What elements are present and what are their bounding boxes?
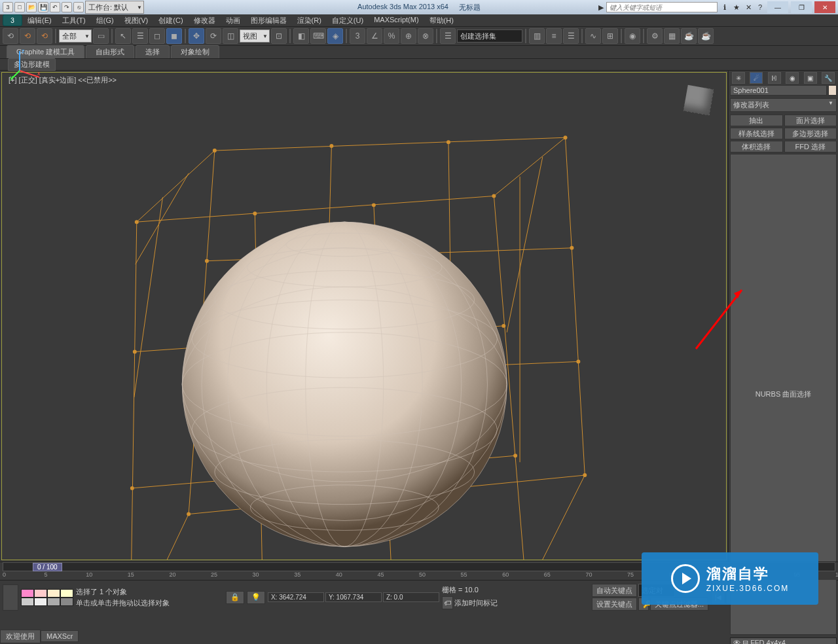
named-sel-icon[interactable]: ☰: [440, 28, 456, 44]
render-setup-icon[interactable]: ⚙: [647, 28, 663, 44]
move-tool-icon[interactable]: ✥: [189, 28, 204, 44]
curve-editor-icon[interactable]: ∿: [585, 28, 601, 44]
modset-button[interactable]: 抽出: [730, 115, 783, 126]
menu-自定义u[interactable]: 自定义(U): [327, 16, 369, 26]
undo-icon[interactable]: ↶: [50, 2, 60, 12]
lock-icon[interactable]: 🔒: [226, 591, 244, 604]
create-tab-icon[interactable]: ✳: [732, 72, 745, 84]
object-name-input[interactable]: [730, 85, 827, 96]
coord-x[interactable]: X: 3642.724: [268, 592, 324, 602]
app-menu-icon[interactable]: 3: [3, 2, 13, 12]
layers-icon[interactable]: ☰: [563, 28, 579, 44]
app-logo-icon[interactable]: 3: [3, 14, 22, 26]
modifier-list-dropdown[interactable]: 修改器列表: [730, 98, 837, 112]
selection-set-input[interactable]: [457, 29, 522, 43]
set-key-button[interactable]: 设置关键点: [592, 598, 637, 611]
align-icon[interactable]: ≡: [546, 28, 562, 44]
keyboard-icon[interactable]: ⌨: [310, 28, 326, 44]
select-icon[interactable]: ▭: [93, 28, 109, 44]
display-tab-icon[interactable]: ▣: [804, 72, 817, 84]
keymode-icon[interactable]: [3, 584, 18, 611]
modify-tab-icon[interactable]: ☄: [750, 72, 763, 84]
menu-编辑e[interactable]: 编辑(E): [22, 16, 57, 26]
maximize-button[interactable]: ❐: [791, 1, 812, 13]
exchange-icon[interactable]: ✕: [744, 3, 753, 12]
close-button[interactable]: ✕: [814, 1, 835, 13]
menu-动画[interactable]: 动画: [221, 16, 246, 26]
welcome-tab[interactable]: 欢迎使用: [0, 630, 41, 643]
new-icon[interactable]: □: [14, 2, 25, 12]
pivot-icon[interactable]: ⊡: [271, 28, 287, 44]
add-time-tag[interactable]: 添加时间标记: [454, 598, 498, 608]
selection-filter-dropdown[interactable]: 全部: [59, 29, 92, 43]
menu-maxscriptm[interactable]: MAXScript(M): [369, 16, 424, 26]
minimize-button[interactable]: —: [767, 1, 788, 13]
spinner-snap2-icon[interactable]: ⊗: [418, 28, 433, 44]
unlink-tool-icon[interactable]: ⟲: [20, 28, 35, 44]
motion-tab-icon[interactable]: ◉: [786, 72, 799, 84]
menu-创建c[interactable]: 创建(C): [153, 16, 188, 26]
modset-button[interactable]: 体积选择: [730, 141, 783, 152]
render-frame-icon[interactable]: ▦: [664, 28, 680, 44]
modset-button[interactable]: 面片选择: [784, 115, 837, 126]
select-object-icon[interactable]: ↖: [115, 28, 131, 44]
svg-text:x: x: [37, 70, 41, 77]
help-search-input[interactable]: [606, 2, 718, 12]
workspace-dropdown[interactable]: 工作台: 默认: [85, 1, 144, 14]
manipulate-icon[interactable]: ◧: [293, 28, 309, 44]
modset-button[interactable]: 多边形选择: [784, 128, 837, 139]
modset-button[interactable]: 样条线选择: [730, 128, 783, 139]
color-swatches[interactable]: [21, 589, 73, 606]
angle-snap-icon[interactable]: ∠: [367, 28, 382, 44]
spinner-snap-icon[interactable]: ⊕: [401, 28, 416, 44]
render-prod-icon[interactable]: ☕: [698, 28, 714, 44]
window-crossing-icon[interactable]: ◼: [166, 28, 182, 44]
link-tool-icon[interactable]: ⟲: [3, 28, 18, 44]
viewport[interactable]: [+] [正交] [真实+边面] <<已禁用>>: [1, 72, 727, 560]
menu-修改器[interactable]: 修改器: [189, 16, 221, 26]
render-icon[interactable]: ☕: [681, 28, 697, 44]
help-icon[interactable]: ?: [756, 3, 765, 12]
coord-z[interactable]: Z: 0.0: [383, 592, 439, 602]
rect-select-icon[interactable]: ◻: [149, 28, 165, 44]
auto-key-button[interactable]: 自动关键点: [592, 584, 637, 597]
rotate-tool-icon[interactable]: ⟳: [206, 28, 221, 44]
menu-图形编辑器[interactable]: 图形编辑器: [246, 16, 292, 26]
link-icon[interactable]: ⎋: [73, 2, 84, 12]
stack-ffd[interactable]: 👁 ⊟ FFD 4x4x4: [731, 638, 836, 644]
save-icon[interactable]: 💾: [38, 2, 48, 12]
menu-渲染r[interactable]: 渲染(R): [292, 16, 327, 26]
schematic-icon[interactable]: ⊞: [602, 28, 618, 44]
time-tag-icon[interactable]: 🏷: [442, 596, 453, 609]
snap-3-icon[interactable]: 3: [350, 28, 365, 44]
snap-toggle-icon[interactable]: ◈: [327, 28, 343, 44]
material-editor-icon[interactable]: ◉: [625, 28, 640, 44]
coord-y[interactable]: Y: 1067.734: [325, 592, 382, 602]
object-color-swatch[interactable]: [828, 85, 837, 96]
menu-组g[interactable]: 组(G): [91, 16, 119, 26]
modifier-stack[interactable]: 👁 ⊟ FFD 4x4x4 控制点 — 设置体积 Sphere: [730, 637, 837, 644]
isolate-icon[interactable]: 💡: [247, 591, 265, 604]
redo-icon[interactable]: ↷: [62, 2, 72, 12]
tick: 55: [461, 571, 467, 578]
percent-snap-icon[interactable]: %: [384, 28, 399, 44]
menu-工具t[interactable]: 工具(T): [57, 16, 91, 26]
menu-视图v[interactable]: 视图(V): [119, 16, 154, 26]
frame-indicator[interactable]: 0 / 100: [33, 563, 62, 571]
axis-gizmo-icon: z x y: [10, 48, 734, 535]
ref-coord-dropdown[interactable]: 视图: [240, 29, 270, 43]
maxscript-tab[interactable]: MAXScr: [41, 630, 79, 642]
mirror-icon[interactable]: ▥: [529, 28, 545, 44]
utilities-tab-icon[interactable]: 🔧: [822, 72, 835, 84]
tick: 35: [294, 571, 301, 578]
hierarchy-tab-icon[interactable]: ℍ: [768, 72, 781, 84]
menu-帮助h[interactable]: 帮助(H): [424, 16, 459, 26]
tick: 45: [377, 571, 384, 578]
bind-tool-icon[interactable]: ⟲: [37, 28, 52, 44]
scale-tool-icon[interactable]: ◫: [223, 28, 238, 44]
modset-button[interactable]: FFD 选择: [784, 141, 837, 152]
infocenter-icon[interactable]: ℹ: [720, 3, 729, 12]
open-icon[interactable]: 📂: [26, 2, 37, 12]
star-icon[interactable]: ★: [732, 3, 741, 12]
select-by-name-icon[interactable]: ☰: [132, 28, 148, 44]
